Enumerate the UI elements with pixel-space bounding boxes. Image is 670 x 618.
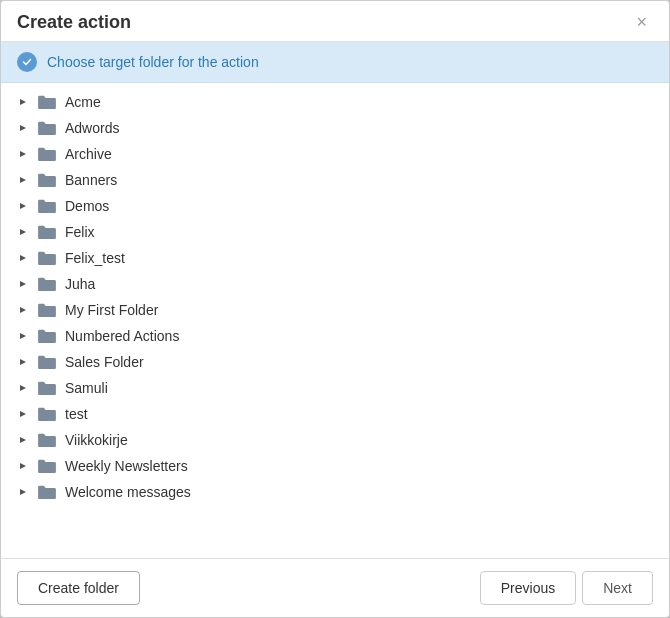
expand-arrow-icon [17,382,29,394]
folder-name: Welcome messages [65,484,191,500]
svg-marker-13 [20,411,26,417]
dialog-header: Create action × [1,1,669,42]
list-item[interactable]: test [1,401,669,427]
folder-name: Acme [65,94,101,110]
folder-name: test [65,406,88,422]
list-item[interactable]: Juha [1,271,669,297]
dialog-footer: Create folder Previous Next [1,558,669,617]
list-item[interactable]: Viikkokirje [1,427,669,453]
expand-arrow-icon [17,434,29,446]
folder-icon [37,146,57,162]
expand-arrow-icon [17,408,29,420]
create-folder-button[interactable]: Create folder [17,571,140,605]
list-item[interactable]: Archive [1,141,669,167]
next-button[interactable]: Next [582,571,653,605]
list-item[interactable]: Felix_test [1,245,669,271]
folder-icon [37,328,57,344]
dialog-title: Create action [17,12,131,33]
create-action-dialog: Create action × Choose target folder for… [0,0,670,618]
expand-arrow-icon [17,226,29,238]
list-item[interactable]: Banners [1,167,669,193]
folder-icon [37,224,57,240]
folder-icon [37,172,57,188]
list-item[interactable]: Demos [1,193,669,219]
folder-name: Viikkokirje [65,432,128,448]
expand-arrow-icon [17,304,29,316]
svg-marker-11 [20,359,26,365]
expand-arrow-icon [17,96,29,108]
folder-name: Demos [65,198,109,214]
folder-list: Acme Adwords [1,89,669,505]
expand-arrow-icon [17,460,29,472]
expand-arrow-icon [17,252,29,264]
svg-marker-12 [20,385,26,391]
folder-icon [37,406,57,422]
folder-name: Weekly Newsletters [65,458,188,474]
list-item[interactable]: Sales Folder [1,349,669,375]
folder-name: Adwords [65,120,119,136]
folder-name: Juha [65,276,95,292]
svg-marker-9 [20,307,26,313]
list-item[interactable]: My First Folder [1,297,669,323]
svg-marker-2 [20,125,26,131]
svg-marker-4 [20,177,26,183]
step-icon [17,52,37,72]
svg-marker-15 [20,463,26,469]
expand-arrow-icon [17,278,29,290]
folder-name: My First Folder [65,302,158,318]
previous-button[interactable]: Previous [480,571,576,605]
folder-list-container[interactable]: Acme Adwords [1,83,669,558]
folder-icon [37,432,57,448]
folder-icon [37,250,57,266]
folder-name: Banners [65,172,117,188]
expand-arrow-icon [17,174,29,186]
folder-icon [37,198,57,214]
check-icon [21,56,33,68]
svg-marker-16 [20,489,26,495]
folder-icon [37,94,57,110]
list-item[interactable]: Samuli [1,375,669,401]
svg-marker-3 [20,151,26,157]
folder-icon [37,302,57,318]
svg-marker-1 [20,99,26,105]
navigation-buttons: Previous Next [480,571,653,605]
folder-icon [37,354,57,370]
list-item[interactable]: Felix [1,219,669,245]
folder-icon [37,458,57,474]
expand-arrow-icon [17,486,29,498]
expand-arrow-icon [17,200,29,212]
list-item[interactable]: Weekly Newsletters [1,453,669,479]
list-item[interactable]: Adwords [1,115,669,141]
folder-name: Felix [65,224,95,240]
folder-icon [37,484,57,500]
svg-marker-5 [20,203,26,209]
expand-arrow-icon [17,122,29,134]
folder-icon [37,276,57,292]
svg-marker-8 [20,281,26,287]
folder-name: Samuli [65,380,108,396]
step-bar: Choose target folder for the action [1,42,669,83]
list-item[interactable]: Acme [1,89,669,115]
svg-marker-10 [20,333,26,339]
folder-name: Numbered Actions [65,328,179,344]
folder-icon [37,120,57,136]
close-button[interactable]: × [630,11,653,33]
folder-icon [37,380,57,396]
list-item[interactable]: Numbered Actions [1,323,669,349]
list-item[interactable]: Welcome messages [1,479,669,505]
svg-marker-14 [20,437,26,443]
svg-marker-7 [20,255,26,261]
folder-name: Felix_test [65,250,125,266]
expand-arrow-icon [17,330,29,342]
svg-marker-6 [20,229,26,235]
step-label: Choose target folder for the action [47,54,259,70]
folder-name: Sales Folder [65,354,144,370]
expand-arrow-icon [17,148,29,160]
expand-arrow-icon [17,356,29,368]
folder-name: Archive [65,146,112,162]
